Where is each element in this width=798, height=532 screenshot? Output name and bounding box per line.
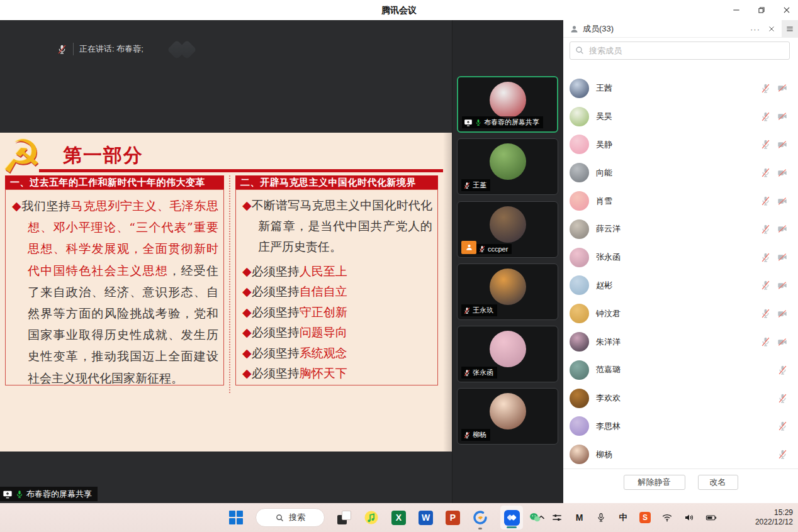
camera-muted-icon[interactable] [777,196,788,206]
principle-item: ◆必须坚持自信自立 [242,285,432,298]
camera-muted-icon[interactable] [777,280,788,291]
member-row[interactable]: 李欢欢 [563,384,798,413]
clock-date: 2022/12/12 [755,518,793,527]
member-icon [570,25,579,34]
avatar [570,135,589,154]
thumbnail-label: 王堇 [473,180,486,190]
video-thumbnail[interactable]: 张永函 [457,326,558,382]
camera-muted-icon[interactable] [777,309,788,319]
video-thumbnail[interactable]: 王堇 [457,138,558,195]
rename-button[interactable]: 改名 [698,475,738,490]
mic-muted-icon [463,182,471,189]
mic-muted-icon[interactable] [760,167,771,178]
avatar [570,79,589,98]
camera-muted-icon[interactable] [777,111,788,121]
member-name: 吴静 [596,139,760,150]
thumbnail-label: 王永玖 [473,306,493,315]
task-view-button[interactable] [337,511,351,524]
close-panel-button[interactable] [768,25,775,33]
running-indicator [478,528,482,529]
m-tray-icon[interactable]: M [573,511,585,524]
member-row[interactable]: 王茜 [563,74,798,103]
camera-muted-icon[interactable] [777,337,788,347]
mixer-tray-icon[interactable] [551,511,563,524]
member-name: 吴昊 [596,111,760,122]
mic-muted-icon[interactable] [760,336,771,347]
excel-icon[interactable]: X [391,511,406,525]
powerpoint-icon[interactable]: P [446,511,460,525]
video-thumbnail[interactable]: cccper [457,201,558,258]
member-row[interactable]: 吴静 [563,131,798,159]
microphone-tray-icon[interactable] [595,511,607,524]
member-name: 钟汶君 [596,308,760,319]
mic-muted-icon[interactable] [760,83,771,94]
footer-divider [563,468,798,469]
wifi-icon[interactable] [661,511,673,524]
slide-title: 第一部分 [63,143,143,169]
taskbar-clock[interactable]: 15:29 2022/12/12 [755,503,793,532]
mic-muted-icon[interactable] [760,139,771,150]
member-search-input[interactable] [570,42,790,60]
member-row[interactable]: 朱洋洋 [563,328,798,356]
speaking-label: 正在讲话: 布春蓉; [79,43,143,55]
mic-muted-icon[interactable] [777,421,788,431]
ime-indicator[interactable]: 中 [617,511,629,524]
presentation-slide: ☭ 第一部分 一、过去五年的工作和新时代十年的伟大变革 ◆我们坚持马克思列宁主义… [0,133,452,452]
mic-muted-icon[interactable] [777,449,788,460]
member-row[interactable]: 吴昊 [563,103,798,131]
mic-muted-icon[interactable] [760,252,771,263]
word-icon[interactable]: W [419,511,433,525]
camera-muted-icon[interactable] [777,224,788,234]
camera-muted-icon[interactable] [777,83,788,93]
thumbnail-label: 布春蓉的屏幕共享 [484,118,539,127]
taskbar-search[interactable]: 搜索 [256,508,325,527]
member-row[interactable]: 赵彬 [563,272,798,300]
search-icon [275,513,284,523]
mic-muted-icon[interactable] [760,111,771,122]
panel-menu-button[interactable] [782,20,798,38]
member-row[interactable]: 薛云洋 [563,215,798,243]
camera-muted-icon[interactable] [777,168,788,178]
screen-share-badge: 布春蓉的屏幕共享 [0,487,98,501]
avatar [570,389,589,408]
camera-muted-icon[interactable] [777,140,788,150]
window-title: 腾讯会议 [0,0,798,20]
restore-button[interactable] [756,5,767,15]
mic-muted-icon[interactable] [760,224,771,235]
mic-muted-icon[interactable] [777,365,788,375]
video-thumbnail[interactable]: 王永玖 [457,263,558,320]
mic-muted-icon[interactable] [760,280,771,291]
video-thumbnail[interactable]: 柳杨 [457,388,558,445]
thumbnail-label: cccper [488,245,508,253]
desktop: 腾讯会议 正在讲话: 布春蓉; ☭ 第一部分 一、过去五年的工作和新时代十年的伟… [0,0,798,532]
member-row[interactable]: 张永函 [563,243,798,272]
right-column-paragraph: ◆不断谱写马克思主义中国化时代化新篇章，是当代中国共产党人的庄严历史责任。 [242,195,432,257]
mic-muted-icon[interactable] [777,393,788,404]
volume-icon[interactable] [683,511,695,524]
more-options-button[interactable]: ··· [750,25,760,34]
member-row[interactable]: 肖雪 [563,187,798,215]
member-name: 向能 [596,167,760,179]
sogou-tray-icon[interactable]: S [639,511,651,524]
member-row[interactable]: 范嘉璐 [563,356,798,384]
mic-muted-icon[interactable] [760,196,771,206]
member-row[interactable]: 柳杨 [563,440,798,468]
chaoxing-icon[interactable] [473,510,488,525]
minimize-button[interactable] [731,5,741,15]
mic-muted-icon[interactable] [760,308,771,319]
wechat-tray-icon[interactable] [529,511,541,524]
start-button[interactable] [229,511,243,524]
active-indicator [507,526,517,528]
principle-item: ◆必须坚持胸怀天下 [242,367,432,380]
member-row[interactable]: 李思林 [563,413,798,441]
close-button[interactable] [782,5,792,15]
video-thumbnail-sharer[interactable]: 布春蓉的屏幕共享 [457,76,558,133]
camera-muted-icon[interactable] [777,252,788,262]
qq-music-icon[interactable] [364,510,379,525]
battery-icon[interactable] [705,511,717,524]
member-name: 李思林 [596,421,777,432]
member-row[interactable]: 钟汶君 [563,299,798,328]
tencent-meeting-icon[interactable] [500,506,523,529]
member-row[interactable]: 向能 [563,158,798,187]
unmute-button[interactable]: 解除静音 [624,475,685,490]
